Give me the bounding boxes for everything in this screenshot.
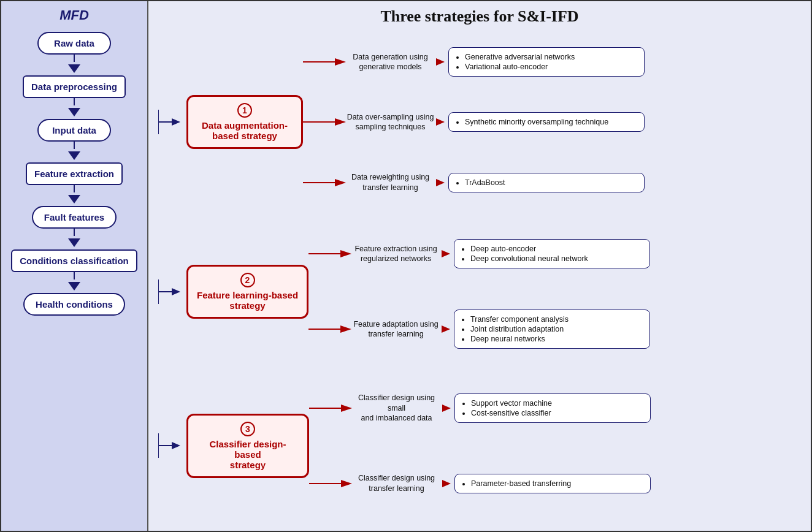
branch-1-3: Data reweighting usingtransfer learning … — [303, 156, 801, 210]
strategy-box-3: 3 Classifier design-based strategy — [186, 414, 309, 478]
left-panel: MFD Raw data Data preprocessing Input da… — [1, 1, 148, 531]
bullet-box-1-1: Generative adversarial networks Variatio… — [448, 47, 645, 77]
arrow-down-1 — [68, 64, 80, 73]
svg-marker-15 — [340, 250, 351, 257]
right-title: Three strategies for S&I-IFD — [158, 7, 801, 26]
svg-marker-27 — [341, 480, 352, 487]
branch-arrow-2-2 — [308, 317, 351, 341]
feature-extraction-box: Feature extraction — [26, 162, 123, 185]
branch-arrow2-2-2 — [442, 320, 450, 338]
fault-features-box: Fault features — [32, 206, 117, 229]
branch-arrow-1-2 — [303, 110, 346, 134]
branch-label-1-3: Data reweighting usingtransfer learning — [346, 172, 435, 192]
branch-arrow-1-1 — [303, 50, 346, 74]
branch-arrow2-1-3 — [436, 173, 445, 192]
branch-arrow2-3-1 — [442, 399, 451, 417]
svg-marker-17 — [442, 250, 450, 257]
main-container: MFD Raw data Data preprocessing Input da… — [0, 0, 812, 532]
branch-arrow-3-1 — [309, 396, 352, 420]
svg-marker-6 — [335, 118, 346, 126]
svg-marker-29 — [442, 480, 451, 487]
arrow-down-3 — [68, 151, 80, 160]
bullet-box-1-3: TrAdaBoost — [448, 173, 645, 192]
strategy-box-2: 2 Feature learning-based strategy — [186, 265, 308, 319]
arrow-down-5 — [68, 238, 80, 247]
bullet-box-2-2: Transfer component analysis Joint distri… — [454, 310, 650, 349]
svg-marker-24 — [341, 405, 352, 412]
arrow-down-4 — [68, 195, 80, 203]
strategy-row-2: 2 Feature learning-based strategy Featur… — [158, 216, 801, 367]
branch-label-2-2: Feature adaptation usingtransfer learnin… — [351, 319, 440, 340]
arrow-down-2 — [68, 108, 80, 116]
strategy-label-3: Classifier design-based strategy — [197, 439, 299, 470]
branch-label-1-2: Data over-sampling usingsampling techniq… — [346, 112, 435, 132]
health-conditions-box: Health conditions — [23, 293, 125, 316]
branch-2-1: Feature extraction usingregularized netw… — [308, 219, 801, 289]
data-preprocessing-box: Data preprocessing — [23, 75, 126, 98]
branch-label-3-2: Classifier design usingtransfer learning — [352, 473, 441, 493]
svg-marker-9 — [335, 179, 346, 186]
arrow-line-1 — [74, 55, 75, 62]
raw-data-box: Raw data — [37, 32, 111, 55]
left-connector-1 — [158, 97, 180, 146]
conditions-classification-box: Conditions classification — [11, 249, 137, 272]
strategies-area: 1 Data augmentation- based strategy Data… — [158, 32, 801, 525]
flow-health-conditions: Health conditions — [7, 293, 141, 316]
bullet-box-1-2: Synthetic minority oversampling techniqu… — [448, 112, 645, 132]
strategy-number-2: 2 — [240, 273, 255, 287]
svg-marker-18 — [340, 325, 351, 333]
flow-conditions-classification: Conditions classification — [7, 249, 141, 272]
strategy-number-3: 3 — [240, 422, 255, 436]
svg-marker-23 — [172, 442, 180, 449]
svg-marker-8 — [436, 118, 445, 126]
left-connector-3 — [158, 421, 180, 470]
strategy-number-1: 1 — [237, 103, 252, 118]
strategy-row-3: 3 Classifier design-based strategy Class… — [158, 370, 801, 521]
branch-2-2: Feature adaptation usingtransfer learnin… — [308, 295, 801, 364]
branch-1-1: Data generation usinggenerative models G… — [303, 35, 801, 89]
strategy-label-1: Data augmentation- based strategy — [197, 120, 293, 141]
flow-input-data: Input data — [7, 119, 141, 142]
branch-3-1: Classifier design using smalland imbalan… — [309, 373, 801, 443]
branch-1-2: Data over-sampling usingsampling techniq… — [303, 95, 801, 149]
svg-marker-26 — [442, 405, 451, 412]
branch-label-1-1: Data generation usinggenerative models — [346, 52, 435, 72]
arrow-line-6 — [74, 272, 75, 279]
branch-label-3-1: Classifier design using smalland imbalan… — [352, 393, 441, 423]
svg-marker-3 — [335, 58, 346, 66]
bullet-box-3-1: Support vector machine Cost-sensitive cl… — [454, 393, 651, 423]
svg-marker-14 — [172, 288, 180, 295]
input-data-box: Input data — [37, 119, 111, 142]
left-connector-2 — [158, 267, 180, 316]
branch-arrow2-3-2 — [442, 474, 451, 493]
mfd-title: MFD — [59, 7, 89, 23]
branch-arrow-2-1 — [308, 241, 351, 266]
svg-marker-11 — [436, 179, 445, 186]
branch-arrow2-1-1 — [436, 53, 445, 71]
flow-feature-extraction: Feature extraction — [7, 162, 141, 185]
branch-arrow-3-2 — [309, 471, 352, 496]
strategy-box-1: 1 Data augmentation- based strategy — [186, 95, 303, 149]
arrow-line-5 — [74, 229, 75, 236]
strategy-label-2: Feature learning-based strategy — [197, 290, 298, 311]
arrow-line-4 — [74, 185, 75, 192]
branch-3-2: Classifier design usingtransfer learning… — [309, 449, 801, 518]
arrow-down-6 — [68, 282, 80, 291]
arrow-line-2 — [74, 98, 75, 105]
bullet-box-3-2: Parameter-based transferring — [454, 474, 651, 493]
branch-arrow-1-3 — [303, 170, 346, 195]
arrow-line-3 — [74, 142, 75, 149]
flow-raw-data: Raw data — [7, 32, 141, 55]
branch-label-2-1: Feature extraction usingregularized netw… — [351, 244, 440, 264]
right-panel: Three strategies for S&I-IFD 1 Data augm… — [148, 1, 811, 531]
flow-fault-features: Fault features — [7, 206, 141, 229]
strategy-row-1: 1 Data augmentation- based strategy Data… — [158, 32, 801, 213]
svg-marker-5 — [436, 58, 445, 66]
svg-marker-2 — [172, 118, 180, 126]
flow-data-preprocessing: Data preprocessing — [7, 75, 141, 98]
bullet-box-2-1: Deep auto-encoder Deep convolutional neu… — [454, 239, 650, 268]
branch-arrow2-1-2 — [436, 113, 445, 131]
branch-arrow2-2-1 — [442, 245, 450, 263]
svg-marker-20 — [442, 325, 450, 333]
